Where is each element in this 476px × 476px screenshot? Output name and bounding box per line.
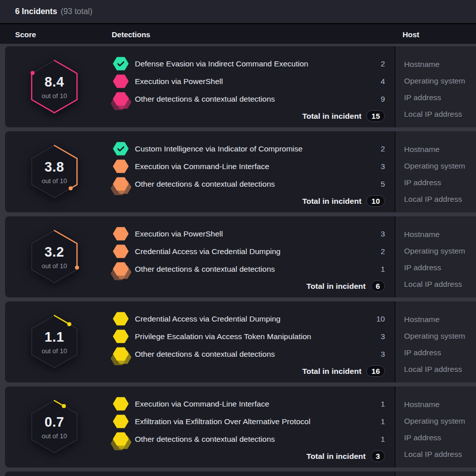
detection-item[interactable]: Execution via Command-Line Interface 3 — [113, 157, 385, 175]
detection-count: 10 — [372, 314, 385, 324]
incident-row[interactable]: 3.8 out of 10 Custom Intelligence via In… — [5, 131, 476, 212]
host-field-label: Hostname — [404, 311, 476, 328]
column-header-host[interactable]: Host — [403, 30, 419, 38]
score-hexagon-gauge: 8.4 out of 10 — [27, 56, 82, 117]
incident-score-cell: 0.7 out of 10 — [5, 386, 108, 467]
incident-row[interactable]: 1.1 out of 10 Credential Access via Cred… — [5, 301, 476, 382]
incident-row[interactable]: 8.4 out of 10 Defense Evasion via Indire… — [5, 46, 476, 127]
detection-label: Credential Access via Credential Dumping — [135, 247, 372, 256]
total-in-incident-row: Total in incident 16 — [113, 365, 385, 377]
detection-item[interactable]: Credential Access via Credential Dumping… — [113, 310, 385, 328]
incident-score-cell: 3.8 out of 10 — [5, 131, 108, 212]
host-field-label: Local IP address — [404, 446, 476, 462]
total-in-incident-label: Total in incident — [302, 112, 362, 121]
host-field-label: Hostname — [404, 141, 476, 157]
host-field-label: IP address — [404, 344, 476, 361]
detections-list: Execution via Command-Line Interface 1 E… — [113, 395, 385, 448]
total-in-incident-row: Total in incident 10 — [113, 195, 385, 207]
incident-score-cell: 8.4 out of 10 — [5, 46, 108, 127]
detection-label: Defense Evasion via Indirect Command Exe… — [135, 59, 372, 68]
table-header: Score Detections Host — [0, 24, 476, 44]
detection-hexagon-icon — [113, 160, 128, 173]
detections-list: Custom Intelligence via Indicator of Com… — [113, 140, 385, 193]
host-field-label: Operating system — [404, 243, 476, 259]
detection-item[interactable]: Custom Intelligence via Indicator of Com… — [113, 140, 385, 157]
incident-host-cell: HostnameOperating systemIP addressLocal … — [395, 46, 476, 127]
page-title: 6 Incidents — [15, 7, 57, 16]
total-in-incident-label: Total in incident — [302, 367, 362, 376]
detection-hexagon-icon — [113, 245, 128, 258]
detection-item[interactable]: Execution via PowerShell 3 — [113, 225, 385, 243]
total-in-incident-row: Total in incident 15 — [113, 110, 385, 122]
incident-detections-cell: Credential Access via Credential Dumping… — [108, 301, 394, 382]
detection-item[interactable]: Execution via Command-Line Interface 1 — [113, 395, 385, 413]
incident-score-cell: 3.2 out of 10 — [5, 216, 108, 297]
host-field-label: Operating system — [404, 72, 476, 89]
detection-count: 3 — [372, 229, 385, 239]
detection-item[interactable]: Other detections & contextual detections… — [113, 90, 385, 108]
detection-item[interactable]: Privilege Escalation via Access Token Ma… — [113, 328, 385, 345]
incident-row-partial[interactable] — [5, 471, 476, 476]
detection-label: Other detections & contextual detections — [135, 95, 372, 104]
detection-item[interactable]: Defense Evasion via Indirect Command Exe… — [113, 55, 385, 72]
host-field-label: Local IP address — [404, 191, 476, 207]
detection-count: 1 — [372, 265, 385, 274]
incident-score-value: 3.2 — [27, 245, 82, 260]
column-header-detections[interactable]: Detections — [112, 30, 150, 38]
detection-hexagon-icon — [113, 397, 128, 411]
score-out-of-label: out of 10 — [27, 262, 82, 270]
detection-item[interactable]: Other detections & contextual detections… — [113, 345, 385, 363]
column-header-score[interactable]: Score — [15, 30, 36, 38]
host-field-label: Operating system — [404, 157, 476, 174]
detection-count: 1 — [372, 417, 385, 426]
detection-hexagon-stack-icon — [113, 432, 128, 446]
detection-count: 2 — [372, 59, 385, 68]
detection-item[interactable]: Other detections & contextual detections… — [113, 430, 385, 448]
incident-score-value: 3.8 — [27, 160, 82, 175]
host-field-label: Local IP address — [404, 361, 476, 377]
incident-detections-cell: Custom Intelligence via Indicator of Com… — [108, 131, 394, 212]
incident-row[interactable]: 3.2 out of 10 Execution via PowerShell 3… — [5, 216, 476, 297]
score-hexagon-gauge: 1.1 out of 10 — [27, 311, 82, 372]
detection-label: Credential Access via Credential Dumping — [135, 314, 372, 324]
incident-host-cell: HostnameOperating systemIP addressLocal … — [395, 131, 476, 212]
detection-count: 2 — [372, 247, 385, 256]
host-field-label: IP address — [404, 429, 476, 446]
incident-score-value: 1.1 — [27, 330, 82, 345]
detection-hexagon-stack-icon — [113, 262, 128, 276]
host-field-label: IP address — [404, 89, 476, 106]
incident-detections-cell: Defense Evasion via Indirect Command Exe… — [108, 46, 394, 127]
incidents-header: 6 Incidents (93 total) — [0, 0, 476, 24]
score-hexagon-gauge: 3.8 out of 10 — [27, 141, 82, 202]
incident-row[interactable]: 0.7 out of 10 Execution via Command-Line… — [5, 386, 476, 467]
total-in-incident-count-badge: 6 — [371, 280, 385, 292]
score-out-of-label: out of 10 — [27, 347, 82, 355]
host-field-label: Local IP address — [404, 276, 476, 292]
host-field-label: Hostname — [404, 396, 476, 413]
incident-score-value: 0.7 — [27, 415, 82, 430]
detection-label: Other detections & contextual detections — [135, 350, 372, 359]
incidents-dashboard: 6 Incidents (93 total) Score Detections … — [0, 0, 476, 476]
total-in-incident-count-badge: 15 — [366, 110, 385, 122]
detection-item[interactable]: Exfiltration via Exfiltration Over Alter… — [113, 413, 385, 430]
score-hexagon-gauge: 0.7 out of 10 — [27, 396, 82, 457]
detection-hexagon-icon — [113, 312, 128, 326]
total-in-incident-count-badge: 10 — [366, 195, 385, 207]
detection-count: 3 — [372, 162, 385, 171]
detection-item[interactable]: Credential Access via Credential Dumping… — [113, 243, 385, 260]
incident-host-cell: HostnameOperating systemIP addressLocal … — [395, 386, 476, 467]
detection-item[interactable]: Execution via PowerShell 4 — [113, 72, 385, 90]
detection-item[interactable]: Other detections & contextual detections… — [113, 260, 385, 278]
detection-count: 3 — [372, 332, 385, 341]
detections-list: Execution via PowerShell 3 Credential Ac… — [113, 225, 385, 278]
detection-label: Execution via Command-Line Interface — [135, 162, 372, 171]
detection-label: Other detections & contextual detections — [135, 435, 372, 444]
score-out-of-label: out of 10 — [27, 177, 82, 185]
incident-score-cell: 1.1 out of 10 — [5, 301, 108, 382]
host-field-label: Local IP address — [404, 106, 476, 122]
detection-item[interactable]: Other detections & contextual detections… — [113, 175, 385, 193]
host-field-label: Hostname — [404, 56, 476, 72]
incident-score-value: 8.4 — [27, 74, 82, 90]
incident-score-cell — [5, 471, 108, 476]
detection-check-hexagon-icon — [113, 57, 128, 70]
